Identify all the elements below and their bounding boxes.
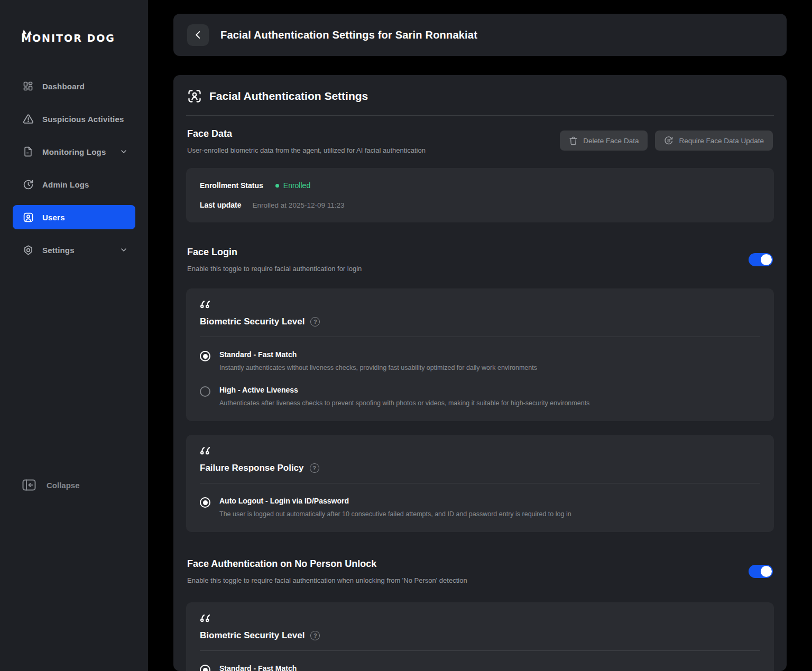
radio-selected-icon[interactable] bbox=[200, 351, 210, 361]
option-description: The user is logged out automatically aft… bbox=[219, 510, 571, 518]
enrollment-status-row: Enrollment Status Enrolled bbox=[200, 181, 760, 190]
face-data-actions: Delete Face Data Require Face Data Updat… bbox=[560, 131, 773, 151]
last-update-row: Last update Enrolled at 2025-12-09 11:23 bbox=[200, 201, 760, 209]
option-text: Auto Logout - Login via ID/Password The … bbox=[219, 497, 571, 518]
option-description: Instantly authenticates without liveness… bbox=[219, 364, 537, 371]
enrollment-status-label: Enrollment Status bbox=[200, 181, 263, 190]
sidebar-item-label: Dashboard bbox=[42, 82, 85, 91]
option-standard-fast-match[interactable]: Standard - Fast Match bbox=[200, 664, 760, 671]
enrollment-status-box: Enrollment Status Enrolled Last update E… bbox=[186, 168, 774, 222]
option-label: Auto Logout - Login via ID/Password bbox=[219, 497, 571, 505]
chevron-down-icon bbox=[119, 246, 128, 254]
last-update-label: Last update bbox=[200, 201, 242, 209]
page-header: Facial Authentication Settings for Sarin… bbox=[173, 14, 787, 56]
option-label: High - Active Liveness bbox=[219, 386, 589, 394]
divider bbox=[200, 337, 760, 337]
panel-section-title: Facial Authentication Settings bbox=[209, 90, 368, 102]
divider bbox=[200, 483, 760, 483]
svg-text:MONITOR DOG: MONITOR DOG bbox=[21, 32, 115, 44]
sidebar: MONITOR DOG Dashboard Suspicious Activit… bbox=[0, 0, 148, 671]
settings-panel: Facial Authentication Settings Face Data… bbox=[173, 75, 787, 671]
user-card-icon bbox=[22, 211, 34, 223]
alert-triangle-icon bbox=[22, 113, 34, 125]
face-scan-icon bbox=[187, 89, 202, 104]
chevron-down-icon bbox=[119, 147, 128, 156]
biometric-security-level-title: Biometric Security Level bbox=[200, 630, 304, 641]
toggle-knob bbox=[761, 566, 772, 577]
require-face-data-update-label: Require Face Data Update bbox=[679, 137, 764, 145]
option-standard-fast-match[interactable]: Standard - Fast Match Instantly authenti… bbox=[200, 350, 760, 371]
sidebar-item-settings[interactable]: Settings bbox=[13, 238, 135, 262]
radio-selected-icon[interactable] bbox=[200, 665, 210, 671]
option-auto-logout[interactable]: Auto Logout - Login via ID/Password The … bbox=[200, 497, 760, 518]
sidebar-item-monitoring-logs[interactable]: Monitoring Logs bbox=[13, 139, 135, 164]
failure-response-policy-title: Failure Response Policy bbox=[200, 463, 304, 473]
sidebar-item-dashboard[interactable]: Dashboard bbox=[13, 74, 135, 98]
panel-collapse-icon bbox=[22, 479, 36, 491]
chevron-left-icon bbox=[193, 30, 203, 40]
require-face-data-update-button[interactable]: Require Face Data Update bbox=[655, 131, 773, 151]
sidebar-item-label: Monitoring Logs bbox=[42, 147, 106, 156]
sidebar-item-label: Suspicious Activities bbox=[42, 115, 124, 124]
quote-icon bbox=[200, 614, 760, 622]
sidebar-item-users[interactable]: Users bbox=[13, 205, 135, 229]
help-circle-icon[interactable]: ? bbox=[310, 631, 320, 640]
face-login-text: Face Login Enable this toggle to require… bbox=[187, 247, 362, 273]
biometric-security-level-card-2: Biometric Security Level ? Standard - Fa… bbox=[186, 602, 774, 671]
document-icon bbox=[22, 146, 34, 157]
sidebar-item-suspicious-activities[interactable]: Suspicious Activities bbox=[13, 107, 135, 131]
enrollment-status-value: Enrolled bbox=[283, 181, 310, 190]
panel-section-header: Facial Authentication Settings bbox=[186, 89, 774, 116]
radio-selected-icon[interactable] bbox=[200, 497, 210, 508]
back-button[interactable] bbox=[187, 24, 209, 46]
card-title-row: Biometric Security Level ? bbox=[200, 630, 760, 641]
collapse-label: Collapse bbox=[47, 481, 80, 490]
trash-icon bbox=[569, 136, 578, 145]
failure-response-policy-card: Failure Response Policy ? Auto Logout - … bbox=[186, 435, 774, 532]
option-text: High - Active Liveness Authenticates aft… bbox=[219, 386, 589, 407]
last-update-value: Enrolled at 2025-12-09 11:23 bbox=[253, 201, 345, 209]
option-high-active-liveness[interactable]: High - Active Liveness Authenticates aft… bbox=[200, 386, 760, 407]
face-data-section: Face Data User-enrolled biometric data f… bbox=[186, 128, 774, 154]
dashboard-icon bbox=[22, 80, 34, 92]
no-person-unlock-toggle[interactable] bbox=[749, 565, 773, 578]
biometric-security-level-card: Biometric Security Level ? Standard - Fa… bbox=[186, 288, 774, 421]
sidebar-item-admin-logs[interactable]: Admin Logs bbox=[13, 172, 135, 197]
option-label: Standard - Fast Match bbox=[219, 664, 297, 671]
quote-icon bbox=[200, 446, 760, 455]
face-login-section: Face Login Enable this toggle to require… bbox=[186, 247, 774, 273]
delete-face-data-button[interactable]: Delete Face Data bbox=[560, 131, 648, 151]
app-root: MONITOR DOG Dashboard Suspicious Activit… bbox=[0, 0, 812, 671]
page-title: Facial Authentication Settings for Sarin… bbox=[220, 29, 477, 41]
delete-face-data-label: Delete Face Data bbox=[583, 137, 639, 145]
status-dot-icon bbox=[275, 184, 279, 188]
sidebar-item-label: Settings bbox=[42, 246, 75, 255]
face-login-description: Enable this toggle to require facial aut… bbox=[187, 265, 362, 273]
sidebar-item-label: Users bbox=[42, 213, 65, 222]
collapse-button[interactable]: Collapse bbox=[22, 479, 80, 491]
help-circle-icon[interactable]: ? bbox=[310, 463, 319, 473]
sidebar-item-label: Admin Logs bbox=[42, 180, 89, 189]
toggle-knob bbox=[761, 254, 772, 265]
option-text: Standard - Fast Match bbox=[219, 664, 297, 671]
help-circle-icon[interactable]: ? bbox=[310, 317, 320, 327]
option-description: Authenticates after liveness checks to p… bbox=[219, 399, 589, 407]
settings-icon bbox=[22, 244, 34, 256]
no-person-unlock-section: Face Authentication on No Person Unlock … bbox=[186, 558, 774, 584]
no-person-unlock-description: Enable this toggle to require facial aut… bbox=[187, 576, 467, 584]
no-person-unlock-title: Face Authentication on No Person Unlock bbox=[187, 558, 467, 570]
face-data-description: User-enrolled biometric data from the ag… bbox=[187, 146, 426, 154]
card-title-row: Biometric Security Level ? bbox=[200, 316, 760, 327]
sidebar-nav: Dashboard Suspicious Activities Monitori… bbox=[0, 74, 148, 271]
no-person-unlock-text: Face Authentication on No Person Unlock … bbox=[187, 558, 467, 584]
divider bbox=[200, 650, 760, 651]
biometric-security-level-title: Biometric Security Level bbox=[200, 316, 304, 327]
face-data-text: Face Data User-enrolled biometric data f… bbox=[187, 128, 426, 154]
face-login-toggle[interactable] bbox=[749, 253, 773, 266]
status-badge: Enrolled bbox=[275, 181, 310, 190]
face-data-title: Face Data bbox=[187, 128, 426, 139]
face-login-title: Face Login bbox=[187, 247, 362, 258]
radio-unselected-icon[interactable] bbox=[200, 386, 210, 397]
face-refresh-icon bbox=[664, 136, 673, 145]
history-clock-icon bbox=[22, 179, 34, 190]
